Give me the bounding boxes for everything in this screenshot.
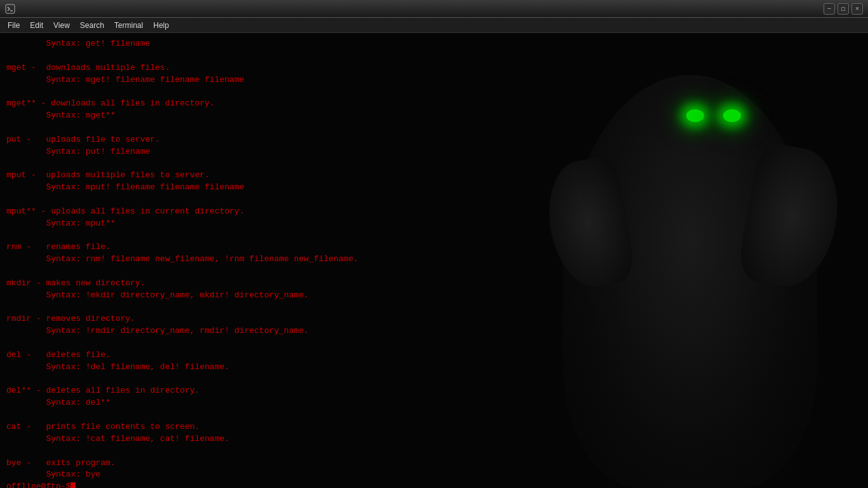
menubar: File Edit View Search Terminal Help	[0, 18, 868, 33]
titlebar-left	[5, 4, 19, 14]
terminal-output[interactable]: Syntax: get! filename mget - downloads m…	[0, 33, 394, 488]
restore-button[interactable]: ◻	[837, 3, 849, 15]
close-icon: ×	[855, 5, 860, 13]
menu-edit[interactable]: Edit	[25, 20, 48, 31]
menu-terminal[interactable]: Terminal	[109, 20, 148, 31]
minimize-button[interactable]: −	[824, 3, 835, 15]
eye-right	[723, 109, 741, 122]
menu-help[interactable]: Help	[148, 20, 174, 31]
menu-search[interactable]: Search	[75, 20, 109, 31]
close-button[interactable]: ×	[851, 3, 863, 15]
menu-file[interactable]: File	[3, 20, 25, 31]
window-controls: − ◻ ×	[824, 3, 863, 15]
terminal-cursor	[71, 482, 76, 488]
eye-left	[686, 109, 704, 122]
terminal-window: Syntax: get! filename mget - downloads m…	[0, 33, 868, 488]
restore-icon: ◻	[841, 4, 846, 13]
menu-view[interactable]: View	[48, 20, 75, 31]
minimize-icon: −	[827, 5, 832, 13]
background-eyes	[686, 109, 741, 122]
terminal-icon	[5, 4, 15, 14]
titlebar: − ◻ ×	[0, 0, 868, 18]
